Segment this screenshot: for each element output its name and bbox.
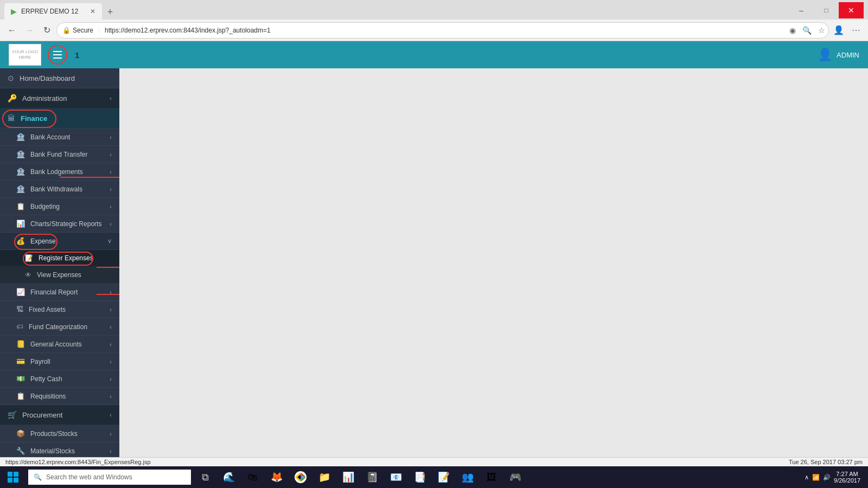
sidebar-item-budgeting[interactable]: 📋 Budgeting ‹ [0, 198, 119, 215]
taskbar-outlook-icon[interactable]: 📧 [384, 466, 408, 488]
sidebar-item-label: Finance [21, 114, 47, 123]
sidebar-item-fund-categorization[interactable]: 🏷 Fund Categorization ‹ [0, 318, 119, 336]
sidebar-item-bank-lodgements[interactable]: 🏦 Bank Lodgements ‹ [0, 163, 119, 181]
taskbar-files-icon[interactable]: 📁 [312, 466, 336, 488]
general-accounts-icon: 📒 [16, 340, 25, 348]
sidebar-item-expense[interactable]: 💰 Expense ∨ [0, 233, 119, 250]
svg-rect-3 [14, 478, 18, 483]
sidebar-item-finance[interactable]: 🏛 Finance [0, 108, 119, 129]
minimize-button[interactable]: – [789, 2, 814, 18]
sidebar-item-label: General Accounts [30, 341, 82, 348]
procurement-arrow: ‹ [110, 412, 112, 418]
charts-reports-icon: 📊 [16, 220, 25, 228]
hamburger-button[interactable] [48, 45, 67, 65]
forward-button[interactable]: → [22, 23, 37, 38]
wifi-icon: 📶 [812, 474, 820, 481]
admin-avatar-icon: 👤 [818, 48, 832, 62]
taskbar-excel-icon[interactable]: 📊 [336, 466, 360, 488]
sidebar-item-register-expenses[interactable]: 📝 Register Expenses [0, 250, 119, 267]
tab-bar: ▶ ERPREV DEMO 12 ✕ + – □ ✕ [0, 0, 868, 20]
sidebar-item-administration[interactable]: 🔑 Administration ‹ [0, 88, 119, 108]
sidebar-item-general-accounts[interactable]: 📒 General Accounts ‹ [0, 336, 119, 353]
register-expenses-icon: 📝 [25, 254, 33, 262]
sidebar-item-label: Petty Cash [30, 375, 62, 383]
taskbar-onenote-icon[interactable]: 📓 [360, 466, 384, 488]
clock-display[interactable]: 7:27 AM9/26/2017 [834, 471, 860, 484]
sidebar-item-requisitions[interactable]: 📋 Requisitions ‹ [0, 388, 119, 405]
bookmark-icon[interactable]: ☆ [815, 26, 828, 35]
logo: YOUR LOGO HERE [9, 44, 41, 66]
taskbar-photos-icon[interactable]: 🖼 [480, 466, 503, 488]
taskbar-powerpoint-icon[interactable]: 📑 [408, 466, 432, 488]
sidebar-item-label: Bank Withdrawals [30, 185, 82, 193]
expense-icon: 💰 [16, 237, 25, 245]
requisitions-icon: 📋 [16, 392, 25, 400]
taskbar-teams-icon[interactable]: 👥 [456, 466, 480, 488]
charts-reports-arrow: ‹ [110, 221, 112, 227]
bank-lodgements-icon: 🏦 [16, 168, 25, 176]
back-button[interactable]: ← [4, 23, 20, 38]
close-button[interactable]: ✕ [839, 2, 864, 18]
procurement-icon: 🛒 [8, 410, 17, 419]
sidebar-item-bank-fund-transfer[interactable]: 🏦 Bank Fund Transfer ‹ [0, 146, 119, 163]
sidebar-item-label: Products/Stocks [30, 430, 78, 438]
bank-account-icon: 🏦 [16, 133, 25, 141]
app-container: YOUR LOGO HERE 1 👤 ADMIN ⊙ Home/Dashbo [0, 41, 868, 457]
sidebar-item-label: Bank Account [30, 133, 70, 141]
financial-report-icon: 📈 [16, 288, 25, 296]
main-area: ⊙ Home/Dashboard 🔑 Administration ‹ 🏛 Fi… [0, 68, 868, 457]
sidebar-item-label: Budgeting [30, 203, 60, 210]
taskbar-search[interactable]: 🔍 Search the web and Windows [28, 470, 191, 485]
sidebar-item-procurement[interactable]: 🛒 Procurement ‹ [0, 405, 119, 425]
sidebar-item-petty-cash[interactable]: 💵 Petty Cash ‹ [0, 370, 119, 388]
taskbar-edge-icon[interactable]: 🌊 [217, 466, 241, 488]
sidebar-item-view-expenses[interactable]: 👁 View Expenses [0, 267, 119, 284]
task-view-button[interactable]: ⧉ [193, 466, 217, 488]
sidebar-item-material-stocks[interactable]: 🔧 Material/Stocks ‹ [0, 442, 119, 457]
status-bar: https://demo12.erprev.com:8443/Fin_Expen… [0, 457, 868, 466]
sidebar-item-bank-withdrawals[interactable]: 🏦 Bank Withdrawals ‹ [0, 181, 119, 198]
finance-icon: 🏛 [8, 114, 15, 123]
taskbar-games-icon[interactable]: 🎮 [503, 466, 527, 488]
profile-icon[interactable]: 👤 [831, 23, 846, 38]
tray-time: 7:27 AM [836, 471, 858, 477]
maximize-button[interactable]: □ [814, 2, 839, 18]
active-tab[interactable]: ▶ ERPREV DEMO 12 ✕ [4, 3, 102, 20]
location-icon[interactable]: ◉ [786, 26, 799, 35]
sidebar-item-label: View Expenses [37, 271, 81, 279]
fixed-assets-arrow: ‹ [110, 306, 112, 313]
sidebar-item-products-stocks[interactable]: 📦 Products/Stocks ‹ [0, 425, 119, 442]
tray-up-arrow[interactable]: ∧ [805, 474, 809, 481]
bank-withdrawals-arrow: ‹ [110, 186, 112, 192]
petty-cash-arrow: ‹ [110, 376, 112, 382]
bank-fund-transfer-arrow: ‹ [110, 151, 112, 158]
taskbar-firefox-icon[interactable]: 🦊 [265, 466, 289, 488]
secure-badge: 🔒 Secure [57, 27, 99, 34]
status-datetime: Tue 26, Sep 2017 03:27 pm [789, 459, 863, 465]
new-tab-button[interactable]: + [102, 4, 118, 20]
zoom-icon[interactable]: 🔍 [799, 26, 815, 35]
sidebar-item-payroll[interactable]: 💳 Payroll ‹ [0, 353, 119, 370]
sidebar-item-label: Fund Categorization [29, 323, 87, 331]
sidebar-item-fixed-assets[interactable]: 🏗 Fixed Assets ‹ [0, 301, 119, 318]
expense-arrow: ∨ [107, 237, 112, 245]
sidebar-item-home[interactable]: ⊙ Home/Dashboard [0, 68, 119, 88]
reload-button[interactable]: ↻ [39, 23, 54, 38]
svg-rect-2 [8, 478, 12, 483]
content-area [119, 68, 868, 457]
budgeting-arrow: ‹ [110, 203, 112, 210]
payroll-icon: 💳 [16, 357, 25, 365]
extensions-icon[interactable]: ⋯ [848, 23, 864, 38]
taskbar-word-icon[interactable]: 📝 [432, 466, 456, 488]
url-display[interactable]: https://demo12.erprev.com:8443/index.jsp… [99, 27, 786, 34]
taskbar-chrome-icon[interactable] [289, 466, 312, 488]
taskbar-store-icon[interactable]: 🛍 [241, 466, 265, 488]
svg-rect-0 [8, 472, 12, 477]
sidebar-item-bank-account[interactable]: 🏦 Bank Account ‹ [0, 129, 119, 146]
sidebar-item-charts-reports[interactable]: 📊 Charts/Strategic Reports ‹ [0, 215, 119, 233]
sidebar-item-financial-report[interactable]: 📈 Financial Report ‹ [0, 284, 119, 301]
administration-icon: 🔑 [8, 94, 17, 102]
tab-close-icon[interactable]: ✕ [90, 8, 95, 15]
start-button[interactable] [0, 466, 26, 488]
svg-rect-1 [14, 472, 18, 477]
